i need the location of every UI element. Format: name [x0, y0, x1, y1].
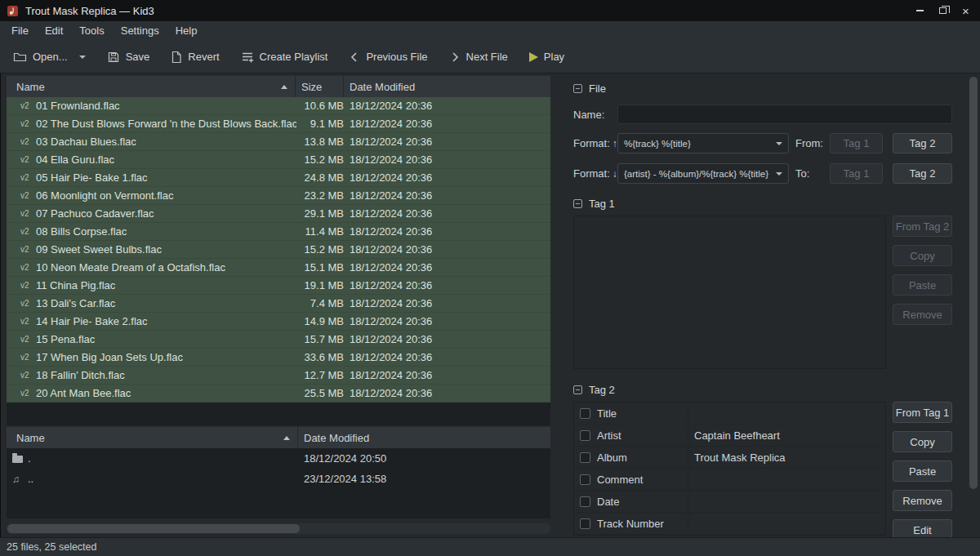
field-value[interactable]: Trout Mask Replica: [688, 447, 885, 468]
tag-state-icon: v2: [7, 137, 36, 146]
file-row[interactable]: v202 The Dust Blows Forward 'n the Dust …: [7, 115, 550, 133]
menu-item-tools[interactable]: Tools: [71, 21, 112, 41]
play-button[interactable]: Play: [529, 51, 564, 63]
field-checkbox[interactable]: [580, 430, 590, 441]
collapse-toggle-icon[interactable]: [573, 199, 582, 208]
tag1-buttons: From Tag 2CopyPasteRemove: [893, 216, 952, 325]
file-date: 18/12/2024 20:36: [344, 136, 550, 148]
file-size: 33.6 MB: [296, 351, 344, 363]
tag2-field-row-comment[interactable]: Comment: [574, 469, 885, 491]
next-file-button[interactable]: Next File: [449, 51, 508, 63]
tag2-edit-button[interactable]: Edit: [893, 519, 952, 537]
file-row[interactable]: v209 Sweet Sweet Bulbs.flac15.2 MB18/12/…: [7, 241, 550, 259]
filename-input[interactable]: [617, 105, 952, 124]
file-row[interactable]: v204 Ella Guru.flac15.2 MB18/12/2024 20:…: [7, 151, 550, 169]
file-row[interactable]: v210 Neon Meate Dream of a Octafish.flac…: [7, 259, 550, 277]
file-row[interactable]: v218 Fallin' Ditch.flac12.7 MB18/12/2024…: [7, 367, 550, 385]
file-row[interactable]: v213 Dali's Car.flac7.4 MB18/12/2024 20:…: [7, 295, 550, 313]
field-value[interactable]: [688, 513, 885, 534]
file-row[interactable]: v203 Dachau Blues.flac13.8 MB18/12/2024 …: [7, 133, 550, 151]
tag2-paste-button[interactable]: Paste: [893, 460, 952, 482]
tag1-copy-button[interactable]: Copy: [893, 245, 952, 266]
tag2-field-row-artist[interactable]: ArtistCaptain Beefheart: [574, 425, 885, 447]
open-button[interactable]: Open...: [13, 51, 86, 63]
field-label: Comment: [597, 474, 643, 486]
menu-item-edit[interactable]: Edit: [37, 21, 71, 41]
tag2-field-row-track-number[interactable]: Track Number: [574, 513, 885, 535]
file-panel: Name Size Date Modified v201 Frownland.f…: [0, 73, 550, 537]
file-size: 23.2 MB: [296, 189, 344, 202]
tag1-table[interactable]: [573, 216, 886, 369]
field-checkbox[interactable]: [580, 452, 590, 463]
chevron-down-icon: [776, 142, 782, 145]
from-tag1-button[interactable]: Tag 1: [830, 133, 883, 153]
collapse-toggle-icon[interactable]: [573, 385, 582, 394]
scrollbar-thumb[interactable]: [969, 77, 978, 489]
tag2-remove-button[interactable]: Remove: [893, 490, 952, 511]
tag2-from-tag-1-button[interactable]: From Tag 1: [893, 402, 952, 423]
column-header-size[interactable]: Size: [296, 76, 344, 97]
previous-file-button[interactable]: Previous File: [349, 51, 427, 63]
tag2-field-row-date[interactable]: Date: [574, 491, 885, 513]
file-section-header: File: [573, 80, 952, 96]
tag1-from-tag-2-button[interactable]: From Tag 2: [893, 216, 952, 237]
directory-row[interactable]: ♫..23/12/2024 13:58: [7, 469, 550, 489]
file-row[interactable]: v211 China Pig.flac19.1 MB18/12/2024 20:…: [7, 277, 550, 295]
menu-item-file[interactable]: File: [3, 21, 37, 41]
directory-row[interactable]: .18/12/2024 20:50: [7, 448, 550, 469]
tag-state-icon: v2: [7, 155, 36, 164]
create-playlist-button[interactable]: Create Playlist: [241, 51, 328, 64]
file-row[interactable]: v206 Moonlight on Vermont.flac23.2 MB18/…: [7, 187, 550, 205]
column-header-name[interactable]: Name: [7, 76, 296, 97]
tag2-field-row-album[interactable]: AlbumTrout Mask Replica: [574, 447, 885, 469]
music-note-icon: ♫: [7, 474, 28, 485]
close-button[interactable]: ×: [958, 4, 973, 18]
field-value[interactable]: [688, 491, 885, 512]
tag2-field-row-title[interactable]: Title: [574, 403, 885, 425]
tag1-remove-button[interactable]: Remove: [893, 304, 952, 325]
dir-list-body: .18/12/2024 20:50♫..23/12/2024 13:58: [7, 448, 550, 489]
file-row[interactable]: v207 Pachuco Cadaver.flac29.1 MB18/12/20…: [7, 205, 550, 223]
field-checkbox[interactable]: [580, 408, 590, 419]
revert-button[interactable]: Revert: [171, 51, 219, 64]
field-checkbox[interactable]: [580, 518, 590, 529]
vertical-scrollbar[interactable]: [967, 73, 980, 537]
file-row[interactable]: v220 Ant Man Bee.flac25.5 MB18/12/2024 2…: [7, 385, 550, 403]
from-tag2-button[interactable]: Tag 2: [893, 133, 952, 153]
field-value[interactable]: [688, 403, 885, 424]
to-label: To:: [795, 167, 825, 180]
column-header-date[interactable]: Date Modified: [344, 81, 550, 93]
column-header-dir-date[interactable]: Date Modified: [298, 432, 550, 444]
format-from-value: %{track} %{title}: [624, 139, 772, 149]
collapse-toggle-icon[interactable]: [573, 84, 582, 93]
horizontal-scrollbar[interactable]: [7, 523, 550, 534]
minimize-button[interactable]: [912, 4, 928, 18]
to-tag2-button[interactable]: Tag 2: [893, 163, 952, 184]
field-checkbox[interactable]: [580, 496, 590, 507]
chevron-down-icon: [776, 172, 782, 176]
tag1-paste-button[interactable]: Paste: [893, 274, 952, 296]
menu-item-settings[interactable]: Settings: [113, 21, 167, 41]
field-value[interactable]: [688, 469, 885, 490]
directory-name: .: [28, 452, 298, 465]
field-value[interactable]: Captain Beefheart: [688, 425, 885, 446]
file-row[interactable]: v201 Frownland.flac10.6 MB18/12/2024 20:…: [7, 97, 550, 115]
file-row[interactable]: v215 Pena.flac15.7 MB18/12/2024 20:36: [7, 331, 550, 349]
restore-button[interactable]: [935, 4, 951, 18]
sort-ascending-icon: [283, 436, 290, 440]
format-to-combobox[interactable]: {artist} - %{album}/%{track} %{title}: [617, 163, 789, 184]
file-row[interactable]: v214 Hair Pie- Bake 2.flac14.9 MB18/12/2…: [7, 313, 550, 331]
folder-icon: [7, 454, 28, 463]
file-row[interactable]: v205 Hair Pie- Bake 1.flac24.8 MB18/12/2…: [7, 169, 550, 187]
file-row[interactable]: v208 Bills Corpse.flac11.4 MB18/12/2024 …: [7, 223, 550, 241]
field-checkbox[interactable]: [580, 474, 590, 485]
format-from-combobox[interactable]: %{track} %{title}: [617, 133, 789, 153]
save-button[interactable]: Save: [107, 51, 150, 64]
chevron-down-icon[interactable]: [79, 56, 86, 59]
column-header-dir-name[interactable]: Name: [7, 427, 298, 448]
scrollbar-thumb[interactable]: [7, 524, 300, 533]
menu-item-help[interactable]: Help: [167, 21, 206, 41]
file-row[interactable]: v217 When Big Joan Sets Up.flac33.6 MB18…: [7, 349, 550, 367]
to-tag1-button[interactable]: Tag 1: [830, 163, 883, 184]
tag2-copy-button[interactable]: Copy: [893, 431, 952, 452]
